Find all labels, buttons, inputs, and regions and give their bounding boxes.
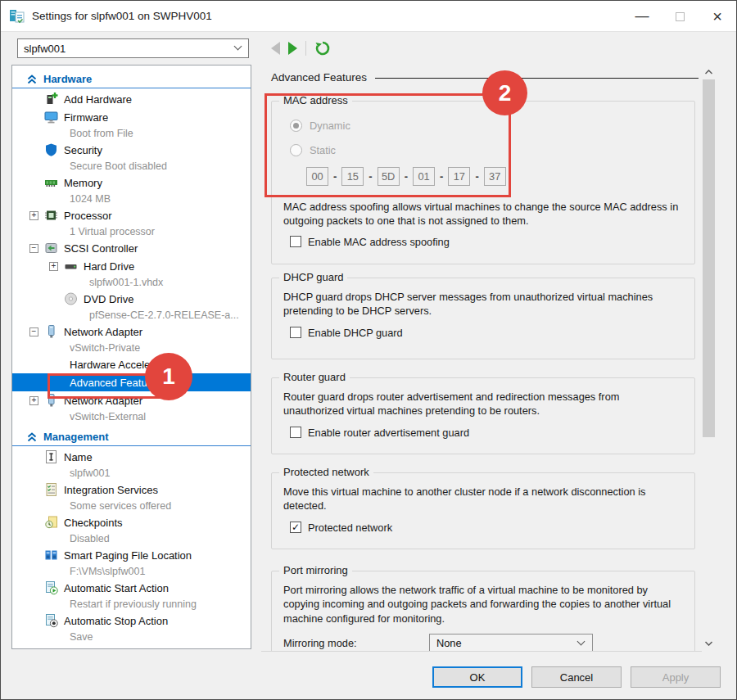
collapse-icon[interactable]: −	[29, 327, 38, 336]
dhcp-guard-description: DHCP guard drops DHCP server messages fr…	[283, 290, 683, 318]
item-subtitle: vSwitch-Private	[12, 341, 251, 355]
scsi-controller-icon	[43, 241, 59, 255]
settings-tree: Hardware Add Hardware Firmware Boot from…	[11, 65, 251, 649]
protected-network-group: Protected network Move this virtual mach…	[271, 472, 695, 549]
scroll-up-button[interactable]	[702, 65, 716, 79]
item-subtitle: pfSense-CE-2.7.0-RELEASE-a...	[12, 308, 251, 323]
item-subtitle: Save	[12, 630, 251, 644]
sidebar-item-add-hardware[interactable]: Add Hardware	[12, 90, 251, 108]
checkbox-label: Enable DHCP guard	[308, 327, 403, 339]
memory-icon	[43, 175, 59, 190]
sidebar-item-hard-drive[interactable]: + Hard Drive	[12, 257, 251, 275]
item-label: Automatic Start Action	[64, 582, 169, 594]
checkbox-checked-icon: ✓	[290, 522, 301, 533]
item-label: Security	[64, 144, 102, 156]
item-label: Processor	[64, 210, 112, 222]
dhcp-guard-group: DHCP guard DHCP guard drops DHCP server …	[271, 278, 695, 359]
sidebar-item-automatic-stop-action[interactable]: Automatic Stop Action	[12, 612, 251, 630]
item-subtitle: 1024 MB	[12, 192, 251, 206]
hyperv-settings-icon	[9, 8, 25, 25]
mirroring-mode-dropdown[interactable]: None	[429, 634, 593, 652]
checkbox-unchecked-icon	[290, 427, 301, 438]
item-label: Memory	[64, 177, 102, 189]
apply-button[interactable]: Apply	[631, 666, 721, 688]
collapse-section-icon	[27, 432, 37, 442]
name-icon	[43, 449, 59, 464]
vm-selector-dropdown[interactable]: slpfw001	[17, 38, 249, 58]
item-label: DVD Drive	[84, 293, 133, 305]
group-label: Protected network	[279, 466, 373, 478]
integration-services-icon	[43, 482, 59, 497]
title-rule	[375, 78, 699, 79]
protected-network-checkbox[interactable]: ✓ Protected network	[290, 522, 683, 534]
navigate-forward-button[interactable]	[288, 42, 297, 55]
navigate-back-button[interactable]	[271, 42, 280, 55]
enable-mac-spoofing-checkbox[interactable]: Enable MAC address spoofing	[290, 236, 683, 248]
item-label: Automatic Stop Action	[64, 615, 168, 627]
port-mirroring-description: Port mirroring allows the network traffi…	[283, 583, 683, 625]
sidebar-item-scsi-controller[interactable]: − SCSI Controller	[12, 239, 251, 257]
protected-network-description: Move this virtual machine to another clu…	[283, 485, 683, 513]
sidebar-item-processor[interactable]: + Processor	[12, 206, 251, 224]
group-label: Port mirroring	[279, 564, 352, 576]
sidebar-item-memory[interactable]: Memory	[12, 174, 251, 192]
section-label: Hardware	[43, 73, 92, 85]
checkpoints-icon	[43, 515, 59, 530]
sidebar-item-firmware[interactable]: Firmware	[12, 108, 251, 126]
ok-button[interactable]: OK	[432, 666, 522, 688]
refresh-icon[interactable]	[314, 40, 331, 56]
item-subtitle: F:\VMs\slpfw001	[12, 564, 251, 579]
sidebar-section-management[interactable]: Management	[12, 428, 251, 446]
sidebar-item-smart-paging[interactable]: Smart Paging File Location	[12, 546, 251, 564]
expand-icon[interactable]: +	[29, 211, 38, 220]
scroll-down-button[interactable]	[702, 636, 716, 650]
sidebar-item-automatic-start-action[interactable]: Automatic Start Action	[12, 579, 251, 597]
item-subtitle: Restart if previously running	[12, 597, 251, 612]
sidebar-item-checkpoints[interactable]: Checkpoints	[12, 513, 251, 531]
titlebar: Settings for slpfw001 on SWPHV001 — ×	[1, 1, 736, 32]
item-subtitle: Boot from File	[12, 126, 251, 141]
close-button[interactable]: ×	[699, 1, 736, 32]
maximize-icon	[676, 12, 685, 21]
collapse-icon[interactable]: −	[29, 244, 38, 253]
expand-icon[interactable]: +	[29, 396, 38, 405]
router-guard-group: Router guard Router guard drops router a…	[271, 377, 695, 454]
sidebar-item-dvd-drive[interactable]: DVD Drive	[12, 290, 251, 308]
maximize-button[interactable]	[661, 1, 699, 32]
network-adapter-icon	[43, 324, 59, 339]
hard-drive-icon	[63, 259, 79, 273]
collapse-section-icon	[27, 75, 37, 84]
annotation-box-mac-address	[265, 93, 511, 197]
port-mirroring-group: Port mirroring Port mirroring allows the…	[271, 571, 695, 652]
item-label: Add Hardware	[64, 93, 132, 106]
expand-icon[interactable]: +	[49, 262, 58, 271]
sidebar-item-hardware-acceleration[interactable]: Hardware Acceleration	[12, 355, 251, 373]
minimize-button[interactable]: —	[623, 1, 661, 32]
annotation-step-1: 1	[145, 353, 192, 400]
sidebar-section-hardware[interactable]: Hardware	[12, 70, 251, 88]
item-label: Hard Drive	[84, 260, 134, 273]
toolbar-divider	[305, 41, 306, 56]
automatic-stop-icon	[43, 613, 59, 628]
enable-dhcp-guard-checkbox[interactable]: Enable DHCP guard	[290, 327, 683, 339]
add-hardware-icon	[43, 92, 59, 106]
sidebar-item-network-adapter-private[interactable]: − Network Adapter	[12, 323, 251, 341]
sidebar-item-security[interactable]: Security	[12, 141, 251, 159]
automatic-start-icon	[43, 580, 59, 595]
vm-selector-value: slpfw001	[24, 43, 66, 55]
sidebar-item-integration-services[interactable]: Integration Services	[12, 481, 251, 499]
annotation-step-2: 2	[482, 70, 527, 115]
item-label: SCSI Controller	[64, 242, 138, 255]
firmware-icon	[43, 110, 59, 124]
sidebar-item-name[interactable]: Name	[12, 448, 251, 466]
vertical-scrollbar[interactable]	[702, 65, 716, 650]
cancel-button[interactable]: Cancel	[531, 666, 622, 688]
item-label: Name	[64, 451, 93, 463]
enable-router-guard-checkbox[interactable]: Enable router advertisement guard	[290, 427, 683, 439]
mac-spoofing-description: MAC address spoofing allows virtual mach…	[283, 200, 683, 228]
checkbox-unchecked-icon	[290, 236, 301, 247]
chevron-down-icon	[577, 637, 586, 645]
mirroring-mode-label: Mirroring mode:	[283, 637, 429, 649]
item-subtitle: 1 Virtual processor	[12, 224, 251, 239]
scrollbar-thumb[interactable]	[703, 79, 715, 437]
